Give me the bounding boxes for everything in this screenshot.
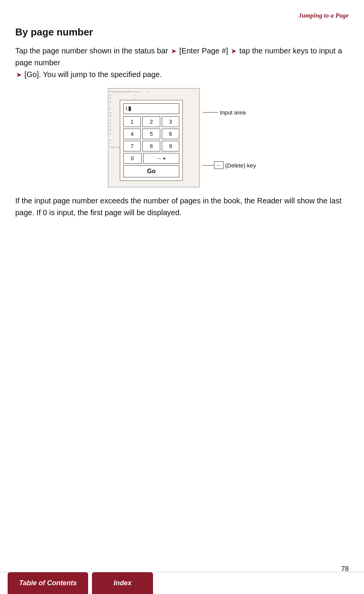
numpad-key-7[interactable]: 7 bbox=[123, 141, 141, 151]
numpad-key-0[interactable]: 0 bbox=[123, 153, 142, 164]
numpad-key-9[interactable]: 9 bbox=[162, 141, 179, 151]
body-paragraph-2: If the input page number exceeds the num… bbox=[15, 195, 349, 219]
para1-text1: Tap the page number shown in the status … bbox=[15, 47, 168, 55]
annotation-line-input bbox=[203, 112, 218, 113]
numpad-key-6[interactable]: 6 bbox=[162, 129, 179, 139]
delete-key-icon-box: ← bbox=[214, 161, 224, 169]
annotation-line-delete bbox=[203, 165, 214, 166]
input-row: 1 bbox=[123, 103, 179, 114]
input-cursor bbox=[129, 106, 131, 111]
go-button[interactable]: Go bbox=[123, 165, 179, 177]
diagram-wrapper: ounger girls together, soon ar e ic l d … bbox=[15, 88, 349, 187]
delete-key-label: (Delete) key bbox=[225, 162, 256, 169]
page-container: Jumping to a Page By page number Tap the… bbox=[0, 0, 364, 257]
numpad-key-5[interactable]: 5 bbox=[142, 129, 160, 139]
para1-bracket1: [Enter Page #] bbox=[179, 47, 228, 55]
section-title: By page number bbox=[15, 26, 349, 38]
numpad-key-8[interactable]: 8 bbox=[142, 141, 160, 151]
arrow-3: ➤ bbox=[16, 71, 24, 79]
input-area-label: Input area bbox=[220, 109, 246, 116]
delete-key-annotation: ← (Delete) key bbox=[203, 161, 256, 169]
input-value: 1 bbox=[125, 106, 128, 112]
numpad-grid: 1 2 3 4 5 6 7 8 9 bbox=[123, 116, 179, 151]
numpad-key-2[interactable]: 2 bbox=[142, 116, 160, 127]
delete-dot bbox=[163, 158, 165, 159]
delete-arrow-icon: ← bbox=[157, 155, 162, 161]
ereader-page: ounger girls together, soon ar e ic l d … bbox=[108, 88, 200, 187]
header-section: Jumping to a Page bbox=[15, 11, 349, 19]
input-area-annotation: Input area bbox=[203, 109, 256, 116]
numpad-overlay: 1 1 2 3 4 5 6 7 8 9 bbox=[120, 100, 183, 181]
arrow-1: ➤ bbox=[171, 47, 179, 55]
header-title: Jumping to a Page bbox=[298, 12, 349, 19]
numpad-key-4[interactable]: 4 bbox=[123, 129, 141, 139]
page-number-input[interactable]: 1 bbox=[123, 103, 179, 114]
annotations-panel: Input area ← (Delete) key bbox=[203, 88, 256, 169]
para1-text3: You will jump to the specified page. bbox=[43, 70, 162, 79]
numpad-section: ounger girls together, soon ar e ic l d … bbox=[108, 88, 200, 187]
arrow-2: ➤ bbox=[231, 47, 238, 55]
numpad-key-1[interactable]: 1 bbox=[123, 116, 141, 127]
index-button[interactable]: Index bbox=[92, 572, 153, 594]
numpad-bottom-row: 0 ← bbox=[123, 153, 179, 164]
para1-bracket2: [Go]. bbox=[24, 70, 41, 79]
body-paragraph-1: Tap the page number shown in the status … bbox=[15, 45, 349, 80]
bottom-navigation: Table of Contents Index bbox=[0, 572, 364, 594]
numpad-key-3[interactable]: 3 bbox=[162, 116, 179, 127]
table-of-contents-button[interactable]: Table of Contents bbox=[8, 572, 88, 594]
numpad-delete-key[interactable]: ← bbox=[143, 153, 179, 164]
